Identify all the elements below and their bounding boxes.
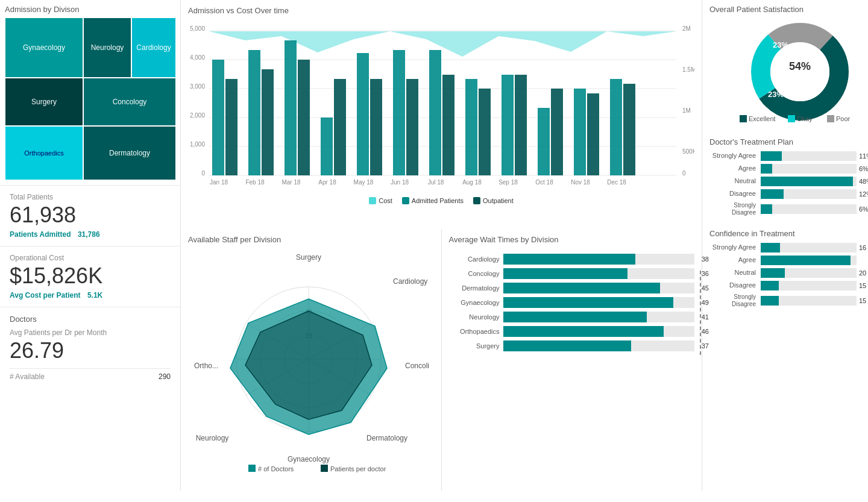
svg-text:Surgery: Surgery	[296, 253, 321, 262]
wait-dermatology-fill	[503, 283, 660, 293]
bottom-mid: Available Staff per Division Surgery Car…	[181, 229, 702, 491]
svg-text:Jan 18: Jan 18	[210, 179, 228, 186]
wait-orthopaedics-track: 46	[503, 326, 695, 337]
svg-text:2,000: 2,000	[190, 112, 205, 119]
treemap-cell-surgery[interactable]: Surgery	[5, 78, 83, 126]
svg-rect-24	[429, 50, 441, 175]
conf-disagree-label: Disagree	[709, 281, 761, 289]
svg-text:0: 0	[682, 170, 686, 177]
svg-rect-85	[788, 115, 795, 122]
wait-dermatology-track: 45	[503, 283, 695, 293]
treemap-title: Admission by Divison	[5, 5, 175, 14]
svg-text:Oct 18: Oct 18	[535, 179, 553, 186]
svg-rect-38	[515, 75, 527, 175]
legend-admitted-label: Admitted Patients	[412, 197, 464, 204]
wait-orthopaedics: Orthopaedics 46	[449, 326, 695, 337]
treemap-cell-dermatology[interactable]: Dermatology	[83, 126, 176, 180]
conf-disagree: Disagree 15	[709, 281, 868, 290]
svg-rect-34	[370, 79, 382, 175]
legend-cost-label: Cost	[379, 197, 392, 204]
svg-rect-31	[262, 69, 274, 175]
treat-strongly-disagree-track	[761, 204, 857, 214]
right-column: Overall Patient Satisfaction 54% 23% 23%…	[702, 0, 868, 491]
svg-text:Gynaecology: Gynaecology	[288, 455, 330, 463]
svg-text:# of Doctors: # of Doctors	[258, 465, 294, 472]
treat-neutral-fill	[761, 177, 853, 186]
avg-cost-value: 5.1K	[87, 291, 102, 300]
svg-rect-87	[827, 115, 834, 122]
reference-line	[700, 271, 701, 355]
svg-rect-21	[321, 118, 333, 175]
wait-dermatology-value: 45	[702, 284, 709, 292]
treatment-chart: Strongly Agree 11% Agree 6% Neutral	[709, 151, 868, 216]
svg-rect-23	[393, 50, 405, 175]
svg-text:1.5M: 1.5M	[682, 66, 694, 73]
wait-concology-track: 36	[503, 268, 695, 279]
wait-cardiology: Cardiology 38	[449, 254, 695, 265]
treemap-cell-cardiology[interactable]: Cardiology	[131, 17, 176, 78]
avg-dr-value: 26.79	[10, 338, 171, 363]
svg-rect-83	[740, 115, 747, 122]
wait-cardiology-fill	[503, 254, 635, 265]
wait-times-chart: Cardiology 38 Concology 36	[449, 254, 695, 355]
avg-cost-label: Avg Cost per Patient	[10, 291, 81, 300]
treat-agree-fill	[761, 164, 772, 174]
svg-text:Jun 18: Jun 18	[391, 179, 409, 186]
combo-chart-title: Admission vs Cost Over time	[188, 6, 694, 15]
doctors-title: Doctors	[10, 315, 171, 324]
radar-svg: Surgery Cardiology Concoli... Dermatolog…	[188, 248, 429, 477]
conf-strongly-disagree-track	[761, 296, 857, 306]
treemap-cell-orthopaedics[interactable]: Orthopaedics	[5, 126, 83, 180]
svg-rect-35	[406, 79, 418, 175]
treat-agree-val: 6%	[859, 165, 868, 172]
svg-text:1M: 1M	[682, 107, 691, 114]
svg-rect-33	[334, 79, 346, 175]
treemap: Gynaecology Neurology Cardiology Surgery…	[5, 17, 176, 180]
combo-chart-svg: 5,000 4,000 3,000 2,000 1,000 0 2M 1.5M …	[188, 19, 694, 193]
svg-text:Dermatology: Dermatology	[366, 434, 407, 442]
wait-times-title: Average Wait Times by Division	[449, 235, 695, 244]
wait-orthopaedics-value: 46	[702, 328, 709, 335]
wait-gynaecology-fill	[503, 297, 674, 308]
svg-text:Dec 18: Dec 18	[607, 179, 626, 186]
wait-times-section: Average Wait Times by Division Cardiolog…	[442, 229, 702, 491]
treat-neutral-label: Neutral	[709, 177, 761, 185]
cost-section: Operational Cost $15,826K Avg Cost per P…	[0, 246, 180, 307]
conf-strongly-disagree-label: StronglyDisagree	[709, 293, 761, 308]
svg-text:Okay: Okay	[797, 115, 813, 122]
conf-agree-label: Agree	[709, 256, 761, 264]
svg-text:Excellent: Excellent	[749, 115, 776, 122]
conf-agree: Agree	[709, 256, 868, 265]
treemap-cell-concology[interactable]: Concology	[83, 78, 176, 126]
treat-strongly-disagree-fill	[761, 204, 772, 214]
wait-gynaecology-track: 49	[503, 297, 695, 308]
conf-disagree-val: 15	[859, 282, 868, 289]
radar-section: Available Staff per Division Surgery Car…	[181, 229, 442, 491]
treat-disagree-label: Disagree	[709, 190, 761, 198]
conf-disagree-fill	[761, 281, 779, 290]
conf-neutral-label: Neutral	[709, 269, 761, 277]
svg-rect-40	[587, 93, 599, 175]
conf-strongly-agree-fill	[761, 243, 780, 253]
svg-marker-17	[209, 31, 676, 57]
treat-agree-label: Agree	[709, 165, 761, 172]
confidence-section: Confidence in Treatment Strongly Agree 1…	[709, 229, 868, 311]
conf-neutral-track	[761, 268, 857, 278]
wait-concology-label: Concology	[449, 270, 503, 277]
radar-title: Available Staff per Division	[188, 235, 434, 244]
wait-neurology-label: Neurology	[449, 313, 503, 321]
svg-rect-18	[212, 60, 224, 175]
legend-admitted: Admitted Patients	[402, 197, 464, 204]
treat-agree-track	[761, 164, 857, 174]
svg-text:2M: 2M	[682, 25, 691, 32]
svg-rect-22	[357, 53, 369, 175]
cost-value: $15,826K	[10, 263, 171, 289]
legend-outpatient-dot	[473, 197, 480, 204]
treemap-cell-neurology[interactable]: Neurology	[83, 17, 131, 78]
treemap-cell-gynaecology[interactable]: Gynaecology	[5, 17, 83, 78]
treat-strongly-disagree-val: 6%	[859, 206, 868, 213]
wait-gynaecology-label: Gynaecology	[449, 299, 503, 306]
wait-gynaecology: Gynaecology 49	[449, 297, 695, 308]
satisfaction-title: Overall Patient Satisfaction	[709, 5, 868, 14]
treat-strongly-agree: Strongly Agree 11%	[709, 151, 868, 161]
